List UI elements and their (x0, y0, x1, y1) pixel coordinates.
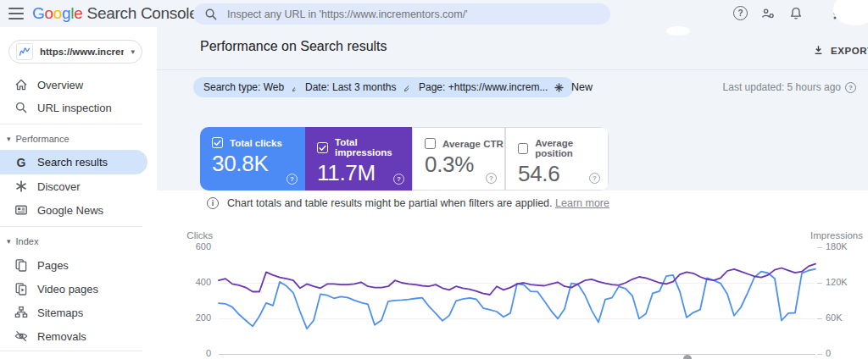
search-icon (14, 100, 29, 115)
eye-off-icon (14, 329, 29, 344)
chevron-down-icon: ▾ (7, 237, 11, 246)
checkbox-checked-icon[interactable] (212, 137, 223, 148)
filter-chip-page[interactable]: Page: +https://www.increm... (409, 77, 574, 97)
question-icon[interactable]: ? (393, 174, 404, 185)
divider (0, 351, 142, 351)
divider (0, 124, 142, 124)
logo-letter: o (44, 4, 53, 22)
metric-cards: Total clicks 30.8K ? Total impressions 1… (200, 127, 609, 191)
pages-icon (14, 257, 29, 273)
menu-icon[interactable] (8, 8, 24, 19)
sitemaps-icon (14, 305, 29, 320)
banner-text: Chart totals and table results might be … (227, 197, 553, 209)
google-g-icon: G (14, 156, 29, 169)
news-icon (14, 202, 29, 218)
property-url: https://www.increm... (40, 47, 124, 57)
sidebar-item-video-pages[interactable]: Video pages (0, 277, 147, 301)
divider (157, 69, 868, 70)
question-icon[interactable]: ? (287, 174, 298, 185)
info-icon: i (207, 197, 219, 209)
plus-icon (553, 81, 565, 94)
checkbox-checked-icon[interactable] (317, 142, 328, 153)
section-index[interactable]: ▾ Index (7, 236, 38, 246)
property-icon (16, 43, 33, 60)
artifact-dot (683, 355, 692, 359)
app-logo[interactable]: GoogleSearch Console (32, 4, 198, 23)
metric-card-total-clicks[interactable]: Total clicks 30.8K ? (200, 127, 305, 191)
partial-data-banner: i Chart totals and table results might b… (207, 197, 609, 209)
question-icon[interactable]: ? (486, 173, 497, 184)
learn-more-link[interactable]: Learn more (555, 197, 609, 209)
metric-card-average-ctr[interactable]: Average CTR 0.3% ? (412, 127, 505, 191)
top-app-bar: GoogleSearch Console ? (0, 0, 868, 27)
url-inspect-searchbar[interactable] (193, 3, 610, 25)
checkbox-unchecked-icon[interactable] (425, 138, 436, 149)
sidebar-item-overview[interactable]: Overview (0, 73, 147, 97)
help-icon[interactable]: ? (733, 6, 748, 20)
chevron-down-icon: ▾ (7, 135, 11, 143)
sidebar-item-url-inspection[interactable]: URL inspection (0, 96, 147, 119)
logo-letter: g (62, 4, 70, 22)
notifications-bell-icon[interactable] (788, 6, 804, 21)
sidebar-item-removals[interactable]: Removals (0, 324, 147, 348)
logo-letter: e (74, 4, 82, 22)
home-icon (14, 77, 29, 92)
section-performance[interactable]: ▾ Performance (7, 134, 70, 144)
chart-lines[interactable] (157, 227, 868, 359)
metric-card-average-position[interactable]: Average position 54.6 ? (505, 127, 609, 191)
metric-card-total-impressions[interactable]: Total impressions 11.7M ? (305, 127, 412, 191)
checkbox-unchecked-icon[interactable] (518, 143, 528, 154)
sidebar-item-google-news[interactable]: Google News (0, 198, 147, 222)
question-icon[interactable]: ? (845, 82, 856, 93)
filter-chip-date[interactable]: Date: Last 3 months (295, 77, 424, 97)
sidebar-item-discover[interactable]: Discover (0, 174, 147, 198)
url-inspect-input[interactable] (227, 8, 600, 20)
avatar[interactable] (833, 0, 868, 25)
sidebar: https://www.increm... ▾ Overview URL ins… (0, 27, 157, 359)
new-filter-button[interactable]: New (553, 77, 593, 97)
chart-line-impressions[interactable] (219, 264, 815, 295)
last-updated: Last updated: 5 hours ago ? (723, 81, 856, 93)
video-pages-icon (14, 281, 29, 296)
logo-letter: o (53, 4, 62, 22)
logo-letter: G (32, 4, 44, 22)
sidebar-item-search-results[interactable]: G Search results (0, 150, 147, 174)
chevron-down-icon: ▾ (131, 47, 135, 56)
page-title: Performance on Search results (200, 39, 387, 54)
performance-chart[interactable]: Clicks Impressions 600 400 200 0 180K 12… (157, 227, 868, 359)
sidebar-item-sitemaps[interactable]: Sitemaps (0, 301, 147, 324)
chart-line-clicks[interactable] (219, 269, 815, 329)
export-button[interactable]: EXPORT (812, 44, 868, 57)
user-settings-icon[interactable] (760, 6, 776, 21)
artifact-blob (666, 26, 690, 36)
property-selector[interactable]: https://www.increm... ▾ (8, 40, 142, 64)
product-name: Search Console (87, 4, 198, 22)
divider (0, 226, 142, 227)
download-icon (812, 44, 825, 57)
search-icon (203, 7, 219, 22)
question-icon[interactable]: ? (589, 173, 600, 184)
sidebar-item-pages[interactable]: Pages (0, 253, 147, 277)
sparkle-icon (14, 179, 29, 194)
